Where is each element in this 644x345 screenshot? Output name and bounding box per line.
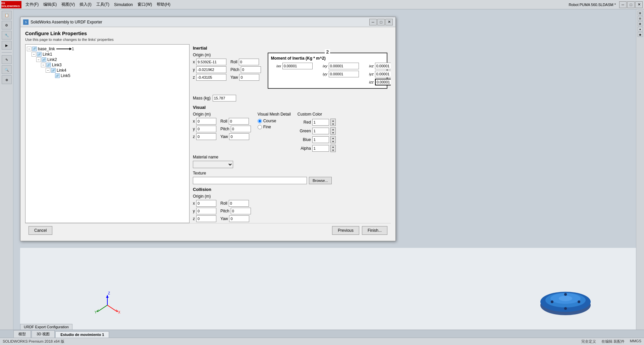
collision-section-title: Collision (193, 187, 387, 192)
tree-label-link2: Link2 (47, 57, 57, 62)
sidebar-btn-3[interactable]: 🔧 (2, 31, 12, 40)
tree-node-link4[interactable]: − 🔗 Link4 (27, 68, 188, 73)
menu-simulation[interactable]: Simulation (112, 2, 135, 8)
sw-minimize-btn[interactable]: ─ (619, 1, 627, 8)
color-blue-down[interactable]: ▼ (331, 140, 335, 143)
mesh-detail-fine-option[interactable]: Fine (258, 125, 291, 129)
sidebar-btn-6[interactable]: 🔍 (2, 65, 12, 74)
tab-estudio[interactable]: Estudio de movimiento 1 (55, 331, 109, 338)
color-red-input[interactable] (312, 119, 329, 126)
inertial-x-input[interactable] (196, 59, 226, 65)
browse-button[interactable]: Browse... (309, 177, 332, 184)
sw-close-btn[interactable]: ✕ (635, 1, 643, 8)
menu-window[interactable]: 窗口(W) (136, 1, 154, 8)
tab-model[interactable]: 模型 (13, 330, 31, 338)
menu-tools[interactable]: 工具(T) (94, 1, 111, 8)
color-blue-up[interactable]: ▲ (331, 136, 335, 140)
tree-node-link3[interactable]: − 🔗 Link3 (27, 62, 188, 68)
tree-expander-link4[interactable]: − (46, 68, 50, 73)
color-green-input[interactable] (312, 128, 329, 134)
color-blue-spinner[interactable]: ▲ ▼ (330, 136, 336, 143)
custom-color-group: Custom Color Red ▲ ▼ Green (298, 112, 336, 152)
color-green-up[interactable]: ▲ (331, 128, 335, 131)
material-name-select[interactable] (193, 161, 233, 168)
cancel-button[interactable]: Cancel (29, 226, 52, 235)
visual-roll-label: Roll (220, 119, 227, 124)
sw-maximize-btn[interactable]: □ (627, 1, 635, 8)
collision-y-input[interactable] (196, 208, 216, 214)
menu-help[interactable]: 帮助(H) (155, 1, 172, 8)
previous-button[interactable]: Previous (332, 226, 359, 235)
color-alpha-input[interactable] (312, 145, 329, 152)
right-sidebar-btn-2[interactable]: ⊟ (638, 16, 643, 21)
ixx-input[interactable] (282, 63, 313, 69)
urdf-export-tab[interactable]: URDF Export Configuration (20, 324, 72, 330)
right-sidebar-btn-3[interactable]: ⊠ (638, 21, 643, 26)
menu-edit[interactable]: 编辑(E) (41, 1, 59, 8)
collision-section: Collision Origin (m) x Roll y Pitch (193, 187, 387, 222)
color-green-spinner[interactable]: ▲ ▼ (330, 127, 336, 135)
dialog-close-btn[interactable]: ✕ (385, 19, 393, 25)
collision-z-input[interactable] (196, 215, 216, 222)
mass-input[interactable] (213, 95, 236, 101)
color-red-down[interactable]: ▼ (331, 122, 335, 126)
sidebar-btn-4[interactable]: ▶ (2, 41, 12, 50)
inertial-y-input[interactable] (196, 66, 226, 73)
color-red-spinner[interactable]: ▲ ▼ (330, 119, 336, 126)
inertial-yaw-input[interactable] (239, 74, 259, 81)
visual-roll-input[interactable] (229, 118, 249, 125)
visual-yaw-input[interactable] (229, 133, 249, 140)
tree-node-link5[interactable]: 🔗 Link5 (27, 73, 188, 78)
tree-expander-link3[interactable]: − (41, 63, 46, 67)
color-red-up[interactable]: ▲ (331, 119, 335, 122)
mass-row: Mass (kg) (193, 95, 387, 101)
menu-insert[interactable]: 插入(I) (77, 1, 93, 8)
color-green-down[interactable]: ▼ (331, 131, 335, 134)
iyy-input[interactable] (329, 71, 359, 77)
visual-pitch-input[interactable] (231, 126, 251, 132)
right-sidebar-btn-4[interactable]: ● (638, 27, 643, 31)
dialog-titlebar[interactable]: S SolidWorks Assembly to URDF Exporter ─… (20, 17, 395, 27)
mesh-detail-course-option[interactable]: Course (258, 119, 291, 123)
tree-node-link2[interactable]: − 🔗 Link2 (27, 57, 188, 62)
tree-expander-base_link[interactable]: − (27, 47, 32, 51)
texture-input[interactable] (193, 177, 307, 184)
mesh-detail-fine-radio[interactable] (258, 125, 262, 129)
dialog-minimize-btn[interactable]: ─ (369, 19, 377, 25)
izz-input[interactable] (375, 79, 391, 85)
inertial-z-input[interactable] (196, 74, 226, 81)
right-sidebar-btn-1[interactable]: ⊞ (638, 11, 643, 15)
iyz-input[interactable] (375, 71, 391, 77)
color-blue-input[interactable] (312, 136, 329, 143)
visual-z-input[interactable] (196, 133, 216, 140)
sidebar-btn-2[interactable]: ⚙ (2, 21, 12, 29)
menu-file[interactable]: 文件(F) (23, 1, 41, 8)
dialog-maximize-btn[interactable]: □ (377, 19, 385, 25)
inertial-roll-input[interactable] (239, 59, 259, 65)
ixy-input[interactable] (329, 63, 359, 69)
inertial-pitch-input[interactable] (241, 66, 261, 73)
finish-button[interactable]: Finish... (362, 226, 387, 235)
tree-expander-link1[interactable]: − (32, 52, 36, 57)
sidebar-btn-1[interactable]: 📋 (2, 11, 12, 19)
tree-node-base_link[interactable]: − 🔗 base_link 1 (27, 46, 188, 52)
mesh-detail-course-radio[interactable] (258, 119, 262, 123)
collision-yaw-input[interactable] (229, 215, 249, 222)
visual-y-input[interactable] (196, 126, 216, 132)
sidebar-btn-7[interactable]: ⊕ (2, 75, 12, 84)
color-alpha-spinner[interactable]: ▲ ▼ (330, 145, 336, 152)
menu-view[interactable]: 视图(V) (59, 1, 77, 8)
sidebar-btn-5[interactable]: ✎ (2, 55, 12, 64)
collision-roll-input[interactable] (229, 200, 249, 207)
color-alpha-up[interactable]: ▲ (331, 145, 335, 148)
collision-x-input[interactable] (196, 200, 216, 207)
tree-node-link1[interactable]: − 🔗 Link1 (27, 52, 188, 57)
color-alpha-down[interactable]: ▼ (331, 148, 335, 152)
ixz-input[interactable] (375, 63, 391, 69)
tab-3d-view[interactable]: 3D 视图 (32, 330, 55, 338)
collision-pitch-input[interactable] (231, 208, 251, 214)
tree-expander-link2[interactable]: − (36, 57, 41, 62)
visual-x-input[interactable] (196, 118, 216, 125)
right-sidebar-btn-5[interactable]: ◉ (638, 32, 643, 37)
tree-label-link4: Link4 (57, 68, 66, 73)
